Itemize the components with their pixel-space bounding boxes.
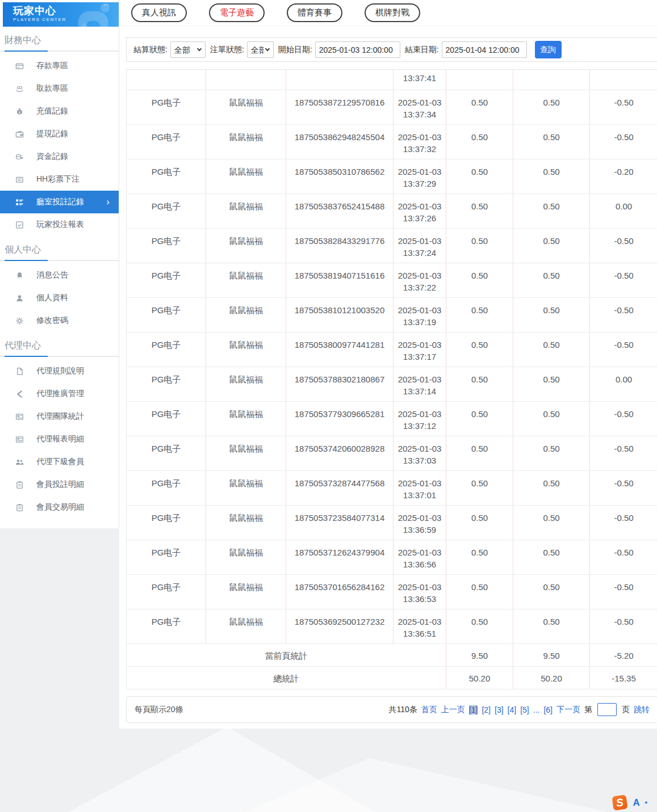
moneybag-icon — [15, 107, 24, 116]
cell-vendor — [127, 70, 206, 90]
end-date-input[interactable] — [442, 41, 527, 58]
stats-bet-amount: 50.20 — [446, 667, 513, 689]
order-status-label: 注單狀態: — [210, 45, 244, 55]
prev-page-link[interactable]: 上一页 — [441, 705, 465, 715]
next-page-link[interactable]: 下一页 — [556, 705, 580, 715]
table-row: PG电子鼠鼠福福18750537793096652812025-01-0313:… — [127, 402, 657, 436]
cell-order-number: 1875053837652415488 — [286, 194, 394, 229]
cell-vendor: PG电子 — [127, 263, 206, 298]
sidebar-item-member-bet-detail[interactable]: 會員投註明細 — [0, 473, 119, 496]
page-link[interactable]: [3] — [495, 705, 504, 714]
sidebar-item-agent-promotion[interactable]: 代理推廣管理 — [0, 382, 119, 405]
s-logo-icon[interactable]: S — [612, 794, 628, 810]
watermark-shape — [244, 758, 608, 812]
cell-order-number: 1875053701656284162 — [286, 575, 394, 609]
sidebar-item-hh-lottery-bet[interactable]: HH彩票下注 — [0, 168, 119, 191]
table-row: PG电子鼠鼠福福18750537420600289282025-01-0313:… — [127, 436, 657, 471]
start-date-label: 開始日期: — [278, 45, 312, 55]
sidebar-item-agent-rules[interactable]: 代理規則說明 — [0, 360, 119, 382]
settle-status-select[interactable]: 全部 — [170, 41, 206, 58]
coins-icon — [15, 152, 24, 161]
news-icon — [15, 435, 24, 444]
sidebar-item-room-bet-record[interactable]: 廳室投註記錄› — [0, 191, 119, 213]
cell-time: 2025-01-0313:36:59 — [394, 506, 446, 540]
cell-winloss: 0.00 — [590, 194, 657, 229]
start-date-input[interactable] — [315, 41, 400, 58]
cell-vendor: PG电子 — [127, 609, 206, 644]
cell-valid-bet: 0.50 — [513, 506, 590, 540]
cell-time: 2025-01-0313:37:03 — [394, 436, 446, 471]
cell-order-number: 1875053828433291776 — [286, 229, 394, 263]
jump-page-input[interactable] — [597, 703, 617, 716]
page-link[interactable]: [1] — [469, 705, 478, 714]
cell-vendor: PG电子 — [127, 125, 206, 159]
sidebar-item-funds-record[interactable]: 資金記錄 — [0, 145, 119, 168]
tab-chess-cards[interactable]: 棋牌對戰 — [365, 3, 420, 22]
page-number-links: [1][2][3][4][5]...[6] — [469, 705, 553, 714]
sidebar-item-agent-sub-members[interactable]: 代理下級會員 — [0, 451, 119, 473]
page-link[interactable]: [5] — [520, 705, 529, 714]
cell-game: 鼠鼠福福 — [206, 333, 286, 367]
page-link[interactable]: [2] — [482, 705, 491, 714]
table-row: PG电子鼠鼠福福18750538376524154882025-01-0313:… — [127, 194, 657, 229]
cell-time: 13:37:41 — [394, 70, 446, 90]
cell-game: 鼠鼠福福 — [206, 367, 286, 402]
sidebar-item-deposit[interactable]: 存款專區 — [0, 54, 119, 77]
brand-logo: 玩家中心 PLAYERS CENTER — [3, 2, 119, 27]
bet-records-table: 13:37:41PG电子鼠鼠福福18750538721295708162025-… — [126, 69, 657, 689]
first-page-link[interactable]: 首页 — [421, 705, 437, 715]
cell-time: 2025-01-0313:37:01 — [394, 471, 446, 506]
sidebar-item-label: 消息公告 — [36, 270, 68, 280]
tab-live-video[interactable]: 真人視訊 — [131, 3, 187, 22]
cell-winloss: -0.50 — [590, 229, 657, 263]
cell-winloss: -0.50 — [590, 506, 657, 540]
cell-valid-bet: 0.50 — [513, 194, 590, 229]
stats-label: 總統計 — [127, 667, 446, 689]
cell-valid-bet: 0.50 — [513, 125, 590, 159]
cell-time: 2025-01-0313:37:14 — [394, 367, 446, 402]
sidebar-item-agent-report-detail[interactable]: 代理報表明細 — [0, 428, 119, 451]
end-date-label: 結束日期: — [405, 45, 439, 55]
section-divider — [0, 260, 119, 261]
search-button[interactable]: 查詢 — [535, 41, 562, 58]
cell-game — [206, 70, 286, 90]
cell-vendor: PG电子 — [127, 333, 206, 367]
cell-game: 鼠鼠福福 — [206, 159, 286, 194]
page-link[interactable]: [4] — [508, 705, 517, 714]
order-status-select[interactable]: 全部 — [247, 41, 274, 58]
document-icon — [15, 367, 24, 376]
share-icon — [15, 389, 24, 398]
cell-game: 鼠鼠福福 — [206, 609, 286, 644]
sidebar-item-agent-team-stats[interactable]: 代理團隊統計 — [0, 405, 119, 428]
table-row: PG电子鼠鼠福福18750537235840773142025-01-0313:… — [127, 506, 657, 540]
cell-game: 鼠鼠福福 — [206, 194, 286, 229]
cell-winloss: -0.50 — [590, 540, 657, 575]
cell-valid-bet: 0.50 — [513, 159, 590, 194]
sidebar-item-label: 提現記錄 — [36, 129, 68, 139]
sidebar-item-withdraw[interactable]: 取款專區 — [0, 77, 119, 100]
table-row: PG电子鼠鼠福福18750538721295708162025-01-0313:… — [127, 90, 657, 125]
tab-sports[interactable]: 體育賽事 — [287, 3, 342, 22]
page-link[interactable]: [6] — [543, 705, 553, 714]
cell-valid-bet: 0.50 — [513, 90, 590, 125]
cell-time: 2025-01-0313:37:24 — [394, 229, 446, 263]
sidebar-item-profile[interactable]: 個人資料 — [0, 287, 119, 309]
sidebar-item-change-password[interactable]: 修改密碼 — [0, 309, 119, 332]
sidebar-item-recharge-record[interactable]: 充值記錄 — [0, 100, 119, 123]
cell-vendor: PG电子 — [127, 194, 206, 229]
sidebar-item-messages[interactable]: 消息公告 — [0, 264, 119, 287]
page-size-text: 每頁顯示20條 — [135, 705, 183, 715]
stats-valid-bet: 9.50 — [513, 644, 590, 667]
users-icon — [15, 457, 24, 466]
sidebar-item-withdraw-record[interactable]: 提現記錄 — [0, 123, 119, 145]
tab-electronic-games[interactable]: 電子遊藝 — [209, 3, 265, 22]
cell-winloss: -0.50 — [590, 263, 657, 298]
sidebar-item-member-transaction-detail[interactable]: 會員交易明細 — [0, 496, 119, 519]
sidebar-item-player-bet-report[interactable]: 玩家投注報表 — [0, 213, 119, 236]
cell-valid-bet: 0.50 — [513, 471, 590, 506]
cell-order-number: 1875053732874477568 — [286, 471, 394, 506]
a-letter-icon[interactable]: A — [633, 797, 639, 809]
cell-valid-bet: 0.50 — [513, 367, 590, 402]
sidebar-section-title: 代理中心 — [0, 332, 119, 356]
jump-button[interactable]: 跳转 — [634, 705, 650, 715]
